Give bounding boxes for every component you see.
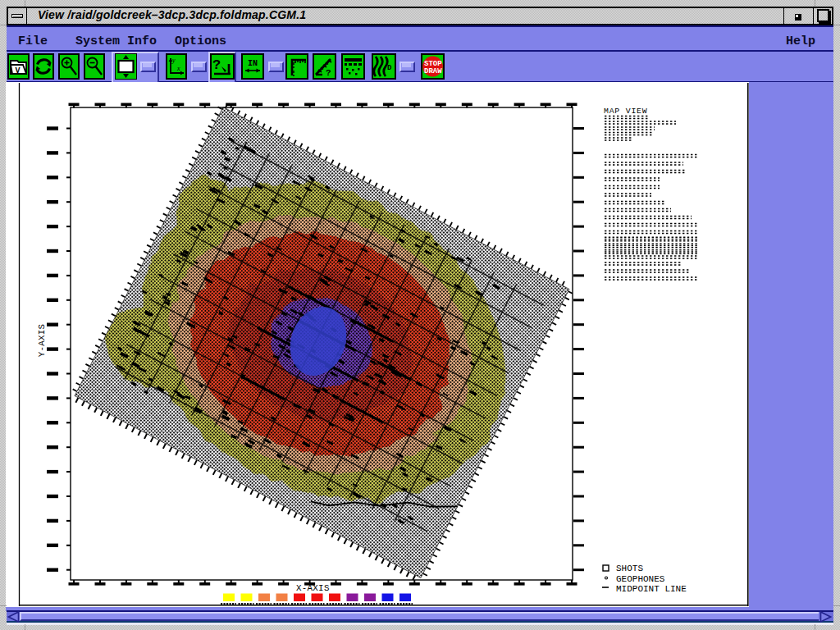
svg-text:GEOPHONES: GEOPHONES [616, 574, 665, 584]
svg-text:MIDPOINT LINE: MIDPOINT LINE [616, 584, 687, 594]
svg-text:MAP VIEW: MAP VIEW [604, 107, 647, 116]
svg-text:Y-AXIS: Y-AXIS [37, 324, 47, 358]
svg-text:SHOTS: SHOTS [616, 564, 643, 573]
svg-text:X-AXIS: X-AXIS [296, 583, 330, 593]
